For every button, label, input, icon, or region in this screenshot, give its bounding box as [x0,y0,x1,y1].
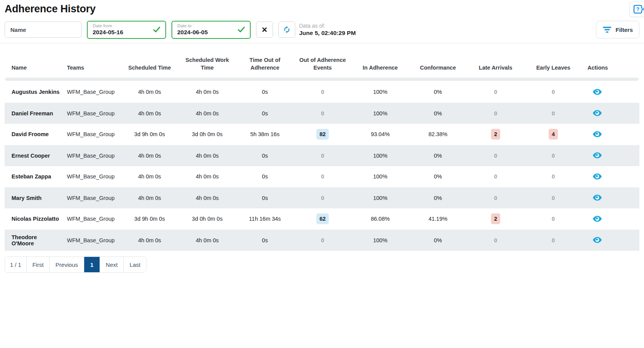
scheduled-time: 4h 0m 0s [121,230,178,251]
help-button[interactable]: ? [629,2,644,17]
name-filter-input[interactable] [5,22,82,38]
actions-cell [582,208,639,230]
column-header-name: Name [5,43,62,78]
agent-name: Esteban Zappa [5,166,62,187]
in-adherence: 100% [351,103,409,124]
agent-teams: WFM_Base_Group [62,145,121,166]
out-of-adherence-events: 0 [294,103,351,124]
conformance: 0% [409,82,467,103]
actions-cell [582,124,639,145]
conformance: 0% [409,103,467,124]
late-arrivals: 0 [467,187,524,208]
view-details-button[interactable] [591,88,603,96]
actions-cell [582,187,639,208]
actions-cell [582,166,639,187]
eye-icon [593,89,602,95]
out-of-adherence-events: 82 [294,124,351,145]
agent-name: Nicolas Pizzolatto [5,208,62,230]
table-body: Augustus JenkinsWFM_Base_Group4h 0m 0s4h… [5,82,639,251]
filters-button[interactable]: Filters [596,21,639,38]
scheduled-time: 3d 9h 0m 0s [121,124,178,145]
actions-cell [582,230,639,251]
last-page-button[interactable]: Last [124,257,146,272]
column-header-out-of-adherence-events: Out of Adherence Events [294,43,351,78]
late-arrivals: 0 [467,145,524,166]
column-header-scheduled-work-time: Scheduled Work Time [178,43,236,78]
scheduled-work-time: 3d 0h 0m 0s [178,124,236,145]
eye-icon [593,110,602,116]
column-header-time-out-of-adherence: Time Out of Adherence [236,43,294,78]
view-details-button[interactable] [591,236,603,244]
time-out-of-adherence: 0s [236,145,294,166]
refresh-button[interactable] [278,22,295,38]
in-adherence: 100% [351,82,409,103]
view-details-button[interactable] [591,109,603,117]
filter-toolbar: Date from 2024-05-16 Date to 2024-06-05 … [5,20,639,39]
table-row: Ernest CooperWFM_Base_Group4h 0m 0s4h 0m… [5,145,639,166]
data-as-of-value: June 5, 02:40:29 PM [299,30,356,37]
early-leaves: 0 [524,230,582,251]
scheduled-time: 4h 0m 0s [121,187,178,208]
previous-page-button[interactable]: Previous [50,257,84,272]
filters-button-label: Filters [616,27,633,33]
scheduled-work-time: 4h 0m 0s [178,166,236,187]
actions-cell [582,82,639,103]
agent-teams: WFM_Base_Group [62,166,121,187]
horizontal-scrollbar[interactable] [5,78,639,81]
in-adherence: 100% [351,230,409,251]
in-adherence: 86.08% [351,208,409,230]
column-header-scheduled-time: Scheduled Time [121,43,178,78]
table-row: Theodore O'MooreWFM_Base_Group4h 0m 0s4h… [5,230,639,251]
next-page-button[interactable]: Next [100,257,124,272]
help-icon: ? [633,5,644,14]
early-leaves: 0 [524,145,582,166]
agent-teams: WFM_Base_Group [62,208,121,230]
view-details-button[interactable] [591,215,603,223]
scheduled-work-time: 4h 0m 0s [178,230,236,251]
page-header: Adherence History ? [0,0,644,15]
conformance: 82.38% [409,124,467,145]
agent-teams: WFM_Base_Group [62,82,121,103]
checkmark-icon [238,27,245,33]
table-row: Augustus JenkinsWFM_Base_Group4h 0m 0s4h… [5,82,639,103]
late-arrivals: 0 [467,166,524,187]
view-details-button[interactable] [591,173,603,180]
actions-cell [582,103,639,124]
time-out-of-adherence: 11h 16m 34s [236,208,294,230]
early-leaves: 0 [524,82,582,103]
early-leaves: 4 [524,124,582,145]
time-out-of-adherence: 0s [236,103,294,124]
table-header-row: Name Teams Scheduled Time Scheduled Work… [5,43,639,78]
scheduled-time: 4h 0m 0s [121,82,178,103]
current-page-button[interactable]: 1 [84,257,100,272]
eye-icon [593,216,602,222]
date-from-field[interactable]: Date from 2024-05-16 [87,21,166,39]
time-out-of-adherence: 0s [236,166,294,187]
date-to-field[interactable]: Date to 2024-06-05 [171,21,251,39]
scheduled-work-time: 4h 0m 0s [178,187,236,208]
in-adherence: 100% [351,187,409,208]
in-adherence: 100% [351,145,409,166]
agent-name: Augustus Jenkins [5,82,62,103]
clear-filters-button[interactable]: ✕ [256,22,273,38]
early-leaves: 0 [524,166,582,187]
view-details-button[interactable] [591,152,603,159]
adherence-table: Name Teams Scheduled Time Scheduled Work… [5,43,639,251]
svg-text:?: ? [636,6,640,12]
late-arrivals: 0 [467,103,524,124]
out-of-adherence-events: 0 [294,82,351,103]
agent-name: Daniel Freeman [5,103,62,124]
view-details-button[interactable] [591,130,603,138]
agent-teams: WFM_Base_Group [62,230,121,251]
out-of-adherence-events: 0 [294,166,351,187]
agent-teams: WFM_Base_Group [62,187,121,208]
out-of-adherence-events: 0 [294,145,351,166]
first-page-button[interactable]: First [27,257,50,272]
date-from-label: Date from [93,23,123,28]
scheduled-work-time: 4h 0m 0s [178,82,236,103]
filter-icon [602,27,612,33]
late-arrivals: 2 [467,208,524,230]
agent-name: Theodore O'Moore [5,230,62,251]
agent-name: Mary Smith [5,187,62,208]
view-details-button[interactable] [591,194,603,201]
